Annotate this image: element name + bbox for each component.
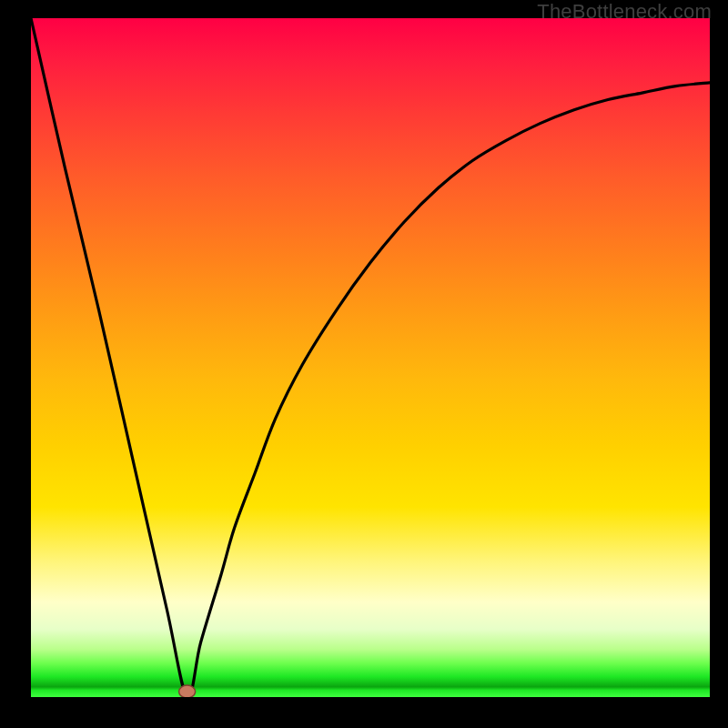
chart-frame: TheBottleneck.com <box>0 0 728 728</box>
curve-layer <box>31 18 710 697</box>
watermark-text: TheBottleneck.com <box>537 0 712 24</box>
min-marker <box>179 685 196 697</box>
plot-area <box>31 18 710 697</box>
bottleneck-curve <box>31 18 710 697</box>
